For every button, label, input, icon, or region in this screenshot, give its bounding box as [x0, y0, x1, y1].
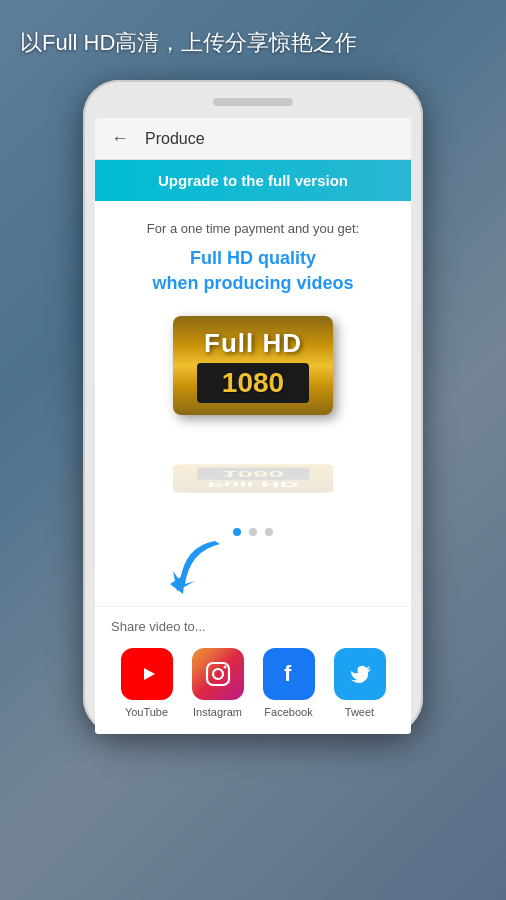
svg-point-4: [213, 669, 223, 679]
phone-body: ← Produce Upgrade to the full version Fo…: [83, 80, 423, 734]
screen-content: For a one time payment and you get: Full…: [95, 201, 411, 556]
fullhd-bottom: 1080: [197, 363, 309, 403]
youtube-label: YouTube: [125, 706, 168, 718]
dot-3: [265, 528, 273, 536]
fullhd-badge: Full HD 1080: [173, 316, 333, 415]
facebook-label: Facebook: [264, 706, 312, 718]
phone-screen: ← Produce Upgrade to the full version Fo…: [95, 118, 411, 734]
screen-title: Produce: [145, 130, 205, 148]
share-item-twitter[interactable]: Tweet: [334, 648, 386, 718]
payment-text: For a one time payment and you get:: [111, 221, 395, 236]
carousel-dots: [111, 528, 395, 536]
upgrade-banner[interactable]: Upgrade to the full version: [95, 160, 411, 201]
facebook-icon: f: [263, 648, 315, 700]
headline: 以Full HD高清，上传分享惊艳之作: [20, 28, 486, 59]
twitter-label: Tweet: [345, 706, 374, 718]
share-icons-row: YouTube Instagram: [111, 648, 395, 718]
phone-mockup: ← Produce Upgrade to the full version Fo…: [83, 80, 423, 734]
dot-2: [249, 528, 257, 536]
fullhd-top-text: Full HD: [197, 328, 309, 359]
share-item-youtube[interactable]: YouTube: [121, 648, 173, 718]
dot-1: [233, 528, 241, 536]
svg-text:f: f: [284, 661, 292, 686]
instagram-icon: [192, 648, 244, 700]
svg-marker-0: [170, 574, 185, 594]
youtube-icon: [121, 648, 173, 700]
svg-point-5: [223, 666, 226, 669]
share-label: Share video to...: [111, 619, 395, 634]
phone-notch: [213, 98, 293, 106]
screen-topbar: ← Produce: [95, 118, 411, 160]
fullhd-number: 1080: [222, 367, 284, 398]
instagram-label: Instagram: [193, 706, 242, 718]
blue-arrow: [155, 536, 235, 606]
share-item-instagram[interactable]: Instagram: [192, 648, 244, 718]
share-section: Share video to... YouTube: [95, 606, 411, 734]
share-item-facebook[interactable]: f Facebook: [263, 648, 315, 718]
back-button[interactable]: ←: [111, 128, 129, 149]
twitter-icon: [334, 648, 386, 700]
hd-quality-text: Full HD qualitywhen producing videos: [111, 246, 395, 296]
